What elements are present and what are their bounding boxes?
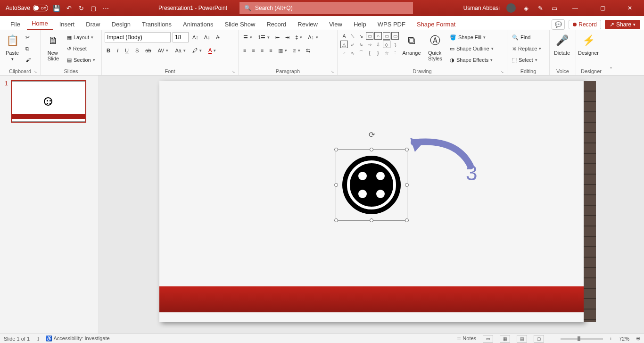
clipboard-dialog-icon[interactable]: ↘	[33, 69, 37, 74]
shapes-gallery[interactable]: A＼↘▭○▭▭ △↙⤿⇨⇩◇⤵ ⟋∿⌒{}☆⋮	[340, 32, 399, 57]
comments-button[interactable]: 💬	[552, 19, 565, 30]
format-painter-button[interactable]: 🖌	[24, 55, 33, 65]
record-button[interactable]: Record	[569, 20, 601, 29]
tab-transitions[interactable]: Transitions	[137, 18, 176, 30]
font-size-input[interactable]	[173, 32, 189, 42]
shrink-font-button[interactable]: A↓	[202, 32, 212, 42]
font-color-button[interactable]: A	[206, 45, 218, 56]
section-button[interactable]: ▤Section	[65, 55, 97, 65]
indent-inc-button[interactable]: ⇥	[283, 32, 291, 42]
share-button[interactable]: ↗Share▾	[605, 20, 640, 29]
quick-styles-button[interactable]: ⒶQuick Styles	[424, 32, 446, 61]
strike-button[interactable]: ab	[143, 45, 153, 56]
redo-icon[interactable]: ↻	[77, 4, 85, 12]
bullets-button[interactable]: ☰	[241, 32, 254, 42]
reset-button[interactable]: ↺Reset	[65, 43, 97, 54]
columns-button[interactable]: ▥	[276, 45, 289, 56]
tab-view[interactable]: View	[324, 18, 347, 30]
layout-button[interactable]: ▦Layout	[65, 32, 97, 42]
shadow-button[interactable]: S	[133, 45, 140, 56]
qat-more-icon[interactable]: ⋯	[102, 4, 109, 12]
tab-record[interactable]: Record	[262, 18, 291, 30]
diamond-icon[interactable]: ◈	[522, 4, 530, 12]
close-button[interactable]: ✕	[619, 0, 640, 16]
tab-home[interactable]: Home	[27, 17, 53, 30]
maximize-button[interactable]: ▢	[592, 0, 613, 16]
tab-design[interactable]: Design	[107, 18, 135, 30]
zoom-level[interactable]: 72%	[619, 336, 629, 342]
slide-canvas-area[interactable]: ⟳ 3	[99, 75, 644, 334]
present-icon[interactable]: ▢	[90, 4, 97, 12]
shape-outline-button[interactable]: ▭Shape Outline	[448, 43, 495, 54]
arrange-button[interactable]: ⧉Arrange	[401, 32, 422, 56]
user-avatar-icon[interactable]	[506, 3, 516, 13]
shape-effects-button[interactable]: ◑Shape Effects	[448, 55, 495, 65]
grow-font-button[interactable]: A↑	[190, 32, 200, 42]
pen-icon[interactable]: ✎	[537, 4, 544, 12]
tab-help[interactable]: Help	[349, 18, 371, 30]
line-spacing-button[interactable]: ‡	[293, 32, 304, 42]
align-left-button[interactable]: ≡	[241, 45, 248, 56]
tab-slideshow[interactable]: Slide Show	[220, 18, 260, 30]
zoom-out-button[interactable]: −	[551, 336, 553, 342]
highlight-button[interactable]: 🖍	[190, 45, 204, 56]
reading-view-button[interactable]: ▤	[517, 335, 527, 343]
tab-file[interactable]: File	[6, 18, 25, 30]
align-right-button[interactable]: ≡	[259, 45, 265, 56]
selected-shape[interactable]: ⟳	[339, 152, 405, 218]
new-slide-button[interactable]: 🗎 New Slide	[43, 32, 63, 61]
normal-view-button[interactable]: ▭	[483, 335, 493, 343]
indent-dec-button[interactable]: ⇤	[273, 32, 281, 42]
fit-window-button[interactable]: ⊕	[636, 335, 640, 342]
notes-button[interactable]: ≣ Notes	[457, 335, 476, 342]
font-family-input[interactable]	[105, 32, 171, 42]
save-icon[interactable]: 💾	[53, 4, 60, 12]
align-text-button[interactable]: ⎚	[291, 45, 302, 56]
tab-draw[interactable]: Draw	[81, 18, 105, 30]
sorter-view-button[interactable]: ▦	[500, 335, 510, 343]
slide[interactable]: ⟳ 3	[159, 81, 584, 322]
lang-icon[interactable]: ▯	[36, 335, 39, 342]
paragraph-dialog-icon[interactable]: ↘	[330, 69, 334, 74]
tab-insert[interactable]: Insert	[55, 18, 80, 30]
tab-review[interactable]: Review	[293, 18, 322, 30]
slide-thumbnail-1[interactable]	[11, 80, 86, 123]
collapse-ribbon-button[interactable]: ˄	[606, 30, 616, 75]
replace-button[interactable]: ⤭Replace	[510, 43, 543, 54]
undo-icon[interactable]: ↶	[65, 4, 73, 12]
tab-shapeformat[interactable]: Shape Format	[412, 18, 460, 30]
autosave-toggle[interactable]: AutoSave Off	[6, 5, 48, 11]
numbering-button[interactable]: 1☰	[256, 32, 272, 42]
change-case-button[interactable]: Aa	[173, 45, 187, 56]
clear-format-button[interactable]: A̶	[214, 32, 222, 42]
search-box[interactable]: 🔍 Search (Alt+Q)	[239, 2, 413, 14]
find-button[interactable]: 🔍Find	[510, 32, 543, 42]
dictate-button[interactable]: 🎤Dictate	[553, 32, 571, 56]
tab-wpspdf[interactable]: WPS PDF	[373, 18, 410, 30]
designer-button[interactable]: ⚡Designer	[579, 32, 598, 56]
smartart-button[interactable]: ⇆	[304, 45, 312, 56]
justify-button[interactable]: ≡	[267, 45, 274, 56]
zoom-slider[interactable]	[561, 338, 603, 340]
minimize-button[interactable]: ―	[565, 0, 586, 16]
align-center-button[interactable]: ≡	[250, 45, 256, 56]
autosave-switch[interactable]: Off	[33, 5, 48, 11]
slide-thumbnails-pane[interactable]: 1	[0, 75, 99, 334]
shape-fill-button[interactable]: 🪣Shape Fill	[448, 32, 495, 42]
drawing-dialog-icon[interactable]: ↘	[500, 69, 504, 74]
paste-button[interactable]: 📋 Paste▾	[3, 32, 22, 61]
button-shape-icon[interactable]	[342, 156, 401, 214]
zoom-in-button[interactable]: +	[610, 336, 612, 342]
slideshow-view-button[interactable]: ▢	[534, 335, 544, 343]
window-layout-icon[interactable]: ▭	[551, 4, 558, 12]
tab-animations[interactable]: Animations	[178, 18, 218, 30]
user-name[interactable]: Usman Abbasi	[463, 5, 500, 11]
italic-button[interactable]: I	[115, 45, 120, 56]
copy-button[interactable]: ⧉	[24, 43, 33, 54]
cut-button[interactable]: ✂	[24, 32, 33, 42]
rotation-handle-icon[interactable]: ⟳	[369, 130, 375, 139]
char-spacing-button[interactable]: AV	[156, 45, 171, 56]
accessibility-status[interactable]: ♿ Accessibility: Investigate	[46, 335, 110, 342]
bold-button[interactable]: B	[105, 45, 112, 56]
underline-button[interactable]: U	[123, 45, 131, 56]
